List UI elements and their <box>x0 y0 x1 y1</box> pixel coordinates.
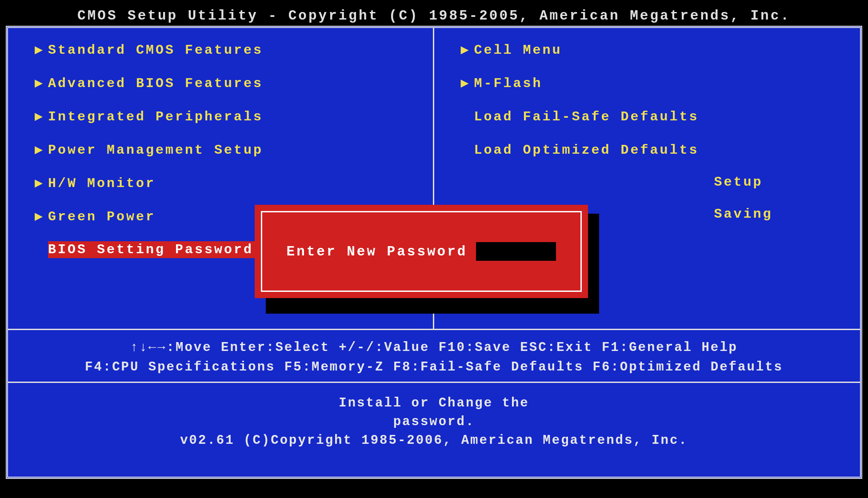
triangle-icon: ▶ <box>35 75 48 91</box>
menu-label: H/W Monitor <box>48 176 156 191</box>
menu-label: Advanced BIOS Features <box>48 76 263 91</box>
menu-m-flash[interactable]: ▶M-Flash <box>461 75 852 91</box>
menu-cell-menu[interactable]: ▶Cell Menu <box>461 41 852 58</box>
menu-setup-partial[interactable]: Setup <box>461 175 852 190</box>
triangle-icon: ▶ <box>461 41 474 58</box>
menu-load-optimized[interactable]: ▶Load Optimized Defaults <box>461 141 852 158</box>
status-line-1: Install or Change the <box>12 394 856 413</box>
menu-label: Setup <box>714 175 763 190</box>
status-line-2: password. <box>12 413 856 431</box>
menu-hw-monitor[interactable]: ▶H/W Monitor <box>35 175 424 191</box>
menu-label: Standard CMOS Features <box>48 43 263 58</box>
bios-screen: CMOS Setup Utility - Copyright (C) 1985-… <box>4 4 864 494</box>
menu-advanced-bios[interactable]: ▶Advanced BIOS Features <box>35 75 424 91</box>
page-title: CMOS Setup Utility - Copyright (C) 1985-… <box>4 4 864 26</box>
help-line-2: F4:CPU Specifications F5:Memory-Z F8:Fai… <box>12 358 856 377</box>
menu-power-management[interactable]: ▶Power Management Setup <box>35 141 424 158</box>
menu-label: Power Management Setup <box>48 143 263 158</box>
menu-label: BIOS Setting Password <box>48 242 253 257</box>
menu-label: Integrated Peripherals <box>48 109 263 124</box>
triangle-icon: ▶ <box>35 175 48 191</box>
status-bar: Install or Change the password. v02.61 (… <box>8 383 860 454</box>
help-bar: ↑↓←→:Move Enter:Select +/-/:Value F10:Sa… <box>8 330 860 383</box>
help-line-1: ↑↓←→:Move Enter:Select +/-/:Value F10:Sa… <box>12 338 856 358</box>
menu-integrated-peripherals[interactable]: ▶Integrated Peripherals <box>35 108 424 124</box>
menu-bios-password[interactable]: BIOS Setting Password <box>48 241 255 258</box>
triangle-icon: ▶ <box>35 208 48 224</box>
menu-standard-cmos[interactable]: ▶Standard CMOS Features <box>35 41 424 58</box>
menu-label: M-Flash <box>474 76 543 91</box>
triangle-icon: ▶ <box>35 141 48 158</box>
password-dialog-inner: Enter New Password <box>261 211 582 292</box>
triangle-icon: ▶ <box>35 108 48 124</box>
status-line-3: v02.61 (C)Copyright 1985-2006, American … <box>12 431 856 450</box>
password-dialog: Enter New Password <box>255 205 588 298</box>
bios-main-box: ▶Standard CMOS Features ▶Advanced BIOS F… <box>6 26 862 479</box>
menu-label: Load Fail-Safe Defaults <box>474 109 699 124</box>
menu-label: Saving <box>714 207 773 222</box>
menu-label: Green Power <box>48 209 156 224</box>
menu-label: Cell Menu <box>474 43 562 58</box>
password-label: Enter New Password <box>287 244 468 259</box>
password-input[interactable] <box>476 242 556 261</box>
menu-label: Load Optimized Defaults <box>474 143 699 158</box>
triangle-icon: ▶ <box>461 75 474 91</box>
triangle-icon: ▶ <box>35 41 48 58</box>
menu-load-failsafe[interactable]: ▶Load Fail-Safe Defaults <box>461 108 852 124</box>
